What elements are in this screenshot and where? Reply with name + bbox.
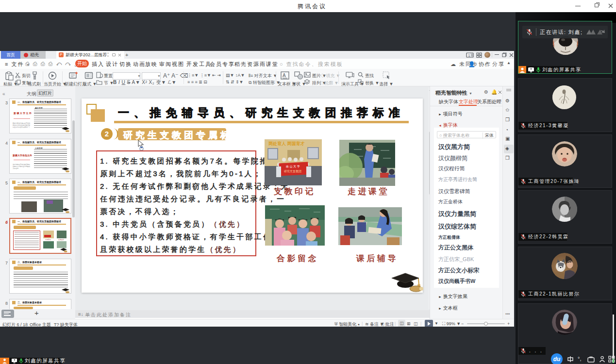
svg-text:A: A: [283, 73, 286, 78]
svg-text:1: 1: [468, 54, 470, 57]
svg-text:两处育人 两国育才: 两处育人 两国育才: [268, 141, 305, 146]
svg-text:研究生支教团: 研究生支教团: [284, 169, 301, 173]
svg-text:南 山 大 学: 南 山 大 学: [286, 165, 300, 168]
